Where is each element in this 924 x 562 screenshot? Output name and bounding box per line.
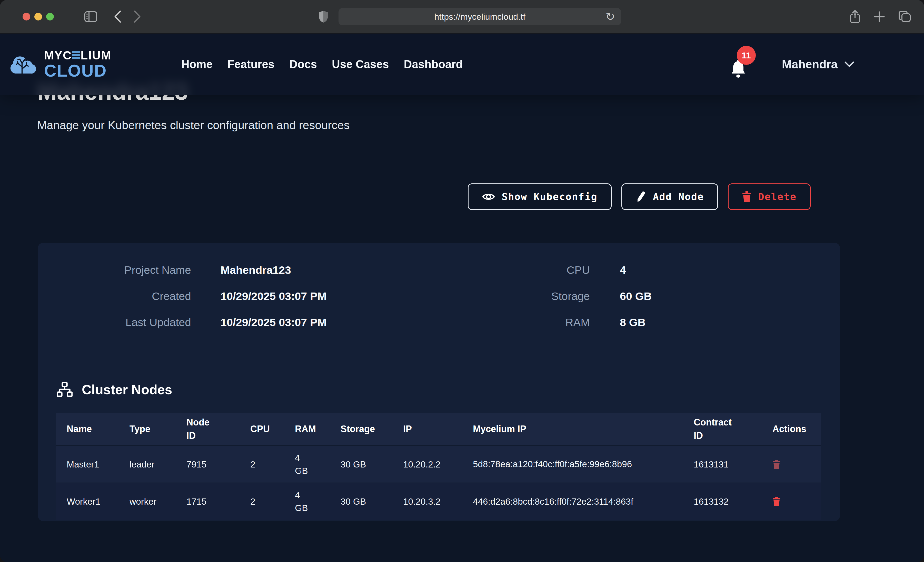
col-cpu: CPU	[250, 413, 295, 446]
cell-contract-id: 1613132	[693, 483, 772, 520]
cell-mycelium-ip: 446:d2a6:8bcd:8c16:ff0f:72e2:3114:863f	[472, 483, 693, 520]
forward-button-icon[interactable]	[133, 10, 141, 23]
cluster-info: Project Name Mahendra123 Created 10/29/2…	[38, 264, 840, 342]
info-value: 10/29/2025 03:07 PM	[220, 316, 327, 329]
col-name: Name	[56, 413, 129, 446]
privacy-shield-icon	[318, 10, 328, 23]
info-value: 60 GB	[620, 290, 652, 302]
cell-ip: 10.20.2.2	[403, 446, 472, 483]
cell-node-id: 7915	[186, 446, 250, 483]
info-label: CPU	[428, 264, 590, 277]
minimize-window-button[interactable]	[34, 13, 42, 21]
url-text: https://myceliumcloud.tf	[434, 12, 525, 22]
cell-name: Worker1	[56, 483, 129, 520]
brand-logo[interactable]: MYCLIUM CLOUD	[8, 49, 111, 79]
back-button-icon[interactable]	[113, 10, 122, 23]
cluster-nodes-header: Cluster Nodes	[57, 381, 840, 398]
info-row-last-updated: Last Updated 10/29/2025 03:07 PM	[38, 316, 428, 329]
info-value: 4	[620, 264, 626, 277]
nav-link-dashboard[interactable]: Dashboard	[404, 58, 463, 71]
col-contract-id: Contract ID	[693, 413, 772, 446]
pencil-icon	[636, 191, 646, 203]
chevron-down-icon	[844, 61, 855, 67]
info-row-created: Created 10/29/2025 03:07 PM	[38, 290, 428, 302]
site-navbar: MYCLIUM CLOUD Home Features Docs Use Cas…	[0, 34, 924, 95]
cell-mycelium-ip: 5d8:78ea:a120:f40c:ff0f:a5fe:99e6:8b96	[472, 446, 693, 483]
cell-storage: 30 GB	[340, 446, 403, 483]
table-row-master1: Master1 leader 7915 2 4 GB 30 GB 10.20.2…	[56, 446, 820, 483]
cell-type: worker	[129, 483, 186, 520]
delete-cluster-button[interactable]: Delete	[728, 184, 811, 210]
address-bar[interactable]: https://myceliumcloud.tf ↻	[339, 8, 621, 25]
col-storage: Storage	[340, 413, 403, 446]
info-value: 8 GB	[620, 316, 645, 329]
cluster-details-panel: Project Name Mahendra123 Created 10/29/2…	[38, 243, 840, 521]
cell-contract-id: 1613131	[693, 446, 772, 483]
cell-storage: 30 GB	[340, 483, 403, 520]
share-icon[interactable]	[850, 9, 860, 24]
page-subtitle: Manage your Kubernetes cluster configura…	[37, 119, 924, 132]
info-value: Mahendra123	[220, 264, 291, 277]
cluster-actions: Show Kubeconfig Add Node Delete	[38, 184, 811, 210]
brand-text: MYCLIUM CLOUD	[44, 49, 111, 79]
notifications-button[interactable]: 11	[728, 49, 748, 80]
brand-line1: MYCLIUM	[44, 49, 111, 61]
cell-cpu: 2	[250, 446, 295, 483]
cell-actions	[772, 446, 820, 483]
nav-links: Home Features Docs Use Cases Dashboard	[181, 58, 463, 71]
col-ram: RAM	[295, 413, 340, 446]
nav-link-use-cases[interactable]: Use Cases	[332, 58, 389, 71]
table-row-worker1: Worker1 worker 1715 2 4 GB 30 GB 10.20.3…	[56, 483, 820, 520]
cell-name: Master1	[56, 446, 129, 483]
main-content: Mahendra123 Manage your Kubernetes clust…	[0, 79, 924, 521]
cell-node-id: 1715	[186, 483, 250, 520]
browser-chrome: https://myceliumcloud.tf ↻	[0, 0, 924, 34]
reload-icon[interactable]: ↻	[606, 11, 615, 22]
tab-overview-icon[interactable]	[898, 11, 911, 22]
zoom-window-button[interactable]	[46, 13, 54, 21]
nav-link-home[interactable]: Home	[181, 58, 213, 71]
col-ip: IP	[403, 413, 472, 446]
user-menu[interactable]: Mahendra	[782, 57, 855, 71]
new-tab-icon[interactable]	[874, 11, 885, 22]
col-type: Type	[129, 413, 186, 446]
trash-icon	[742, 191, 752, 203]
col-mycelium-ip: Mycelium IP	[472, 413, 693, 446]
stylized-e-icon	[72, 51, 80, 60]
info-row-project-name: Project Name Mahendra123	[38, 264, 428, 277]
info-row-ram: RAM 8 GB	[428, 316, 652, 329]
add-node-button[interactable]: Add Node	[621, 184, 718, 210]
cell-ram: 4 GB	[295, 446, 340, 483]
show-kubeconfig-button[interactable]: Show Kubeconfig	[468, 184, 612, 210]
table-header-row: Name Type Node ID CPU RAM Storage IP Myc…	[56, 413, 820, 446]
col-node-id: Node ID	[186, 413, 250, 446]
traffic-lights	[22, 13, 54, 21]
chrome-right-buttons	[850, 9, 911, 24]
nav-link-features[interactable]: Features	[228, 58, 274, 71]
cluster-nodes-title: Cluster Nodes	[82, 382, 172, 397]
info-label: Storage	[428, 290, 590, 302]
col-actions: Actions	[772, 413, 820, 446]
info-row-cpu: CPU 4	[428, 264, 652, 277]
cell-actions	[772, 483, 820, 520]
sidebar-toggle-icon[interactable]	[84, 11, 98, 22]
info-label: Last Updated	[38, 316, 191, 329]
cell-cpu: 2	[250, 483, 295, 520]
info-label: Project Name	[38, 264, 191, 277]
info-label: RAM	[428, 316, 590, 329]
info-row-storage: Storage 60 GB	[428, 290, 652, 302]
brand-line2: CLOUD	[44, 62, 111, 79]
cluster-nodes-table: Name Type Node ID CPU RAM Storage IP Myc…	[56, 413, 820, 520]
info-value: 10/29/2025 03:07 PM	[220, 290, 327, 302]
cell-ram: 4 GB	[295, 483, 340, 520]
eye-icon	[482, 191, 495, 202]
delete-node-icon[interactable]	[772, 496, 816, 507]
delete-node-icon[interactable]	[772, 459, 816, 469]
close-window-button[interactable]	[22, 13, 30, 21]
browser-window: https://myceliumcloud.tf ↻	[0, 0, 924, 562]
cell-type: leader	[129, 446, 186, 483]
nav-link-docs[interactable]: Docs	[289, 58, 317, 71]
user-name: Mahendra	[782, 57, 838, 71]
cell-ip: 10.20.3.2	[403, 483, 472, 520]
cloud-logo-icon	[8, 50, 36, 79]
